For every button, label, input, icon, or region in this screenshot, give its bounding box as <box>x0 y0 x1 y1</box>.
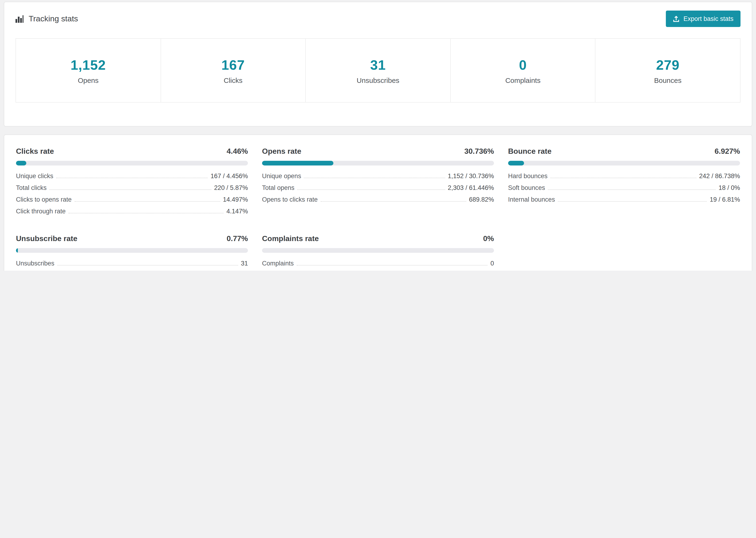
stat-value: 220 / 5.87% <box>214 184 248 191</box>
bounce-rate-block: Bounce rate 6.927% Hard bounces242 / 86.… <box>508 147 740 215</box>
bounce-rate-value: 6.927% <box>715 147 740 156</box>
bounce-rate-progress-fill <box>508 161 524 166</box>
dotted-leader <box>56 178 208 178</box>
bounce-rate-progressbar <box>508 161 740 166</box>
tracking-stats-card: Tracking stats Export basic stats 1,152 … <box>4 2 752 127</box>
dotted-leader <box>50 189 211 190</box>
stat-label: Unique clicks <box>16 173 53 180</box>
bounces-count: 279 <box>600 58 735 73</box>
stat-line: Hard bounces242 / 86.738% <box>508 173 740 180</box>
unsubscribe-rate-progressbar <box>16 248 248 253</box>
stat-label: Internal bounces <box>508 196 555 203</box>
dotted-leader <box>550 178 696 178</box>
unsubscribe-rate-value: 0.77% <box>227 235 248 243</box>
dotted-leader <box>297 265 488 265</box>
export-basic-stats-button[interactable]: Export basic stats <box>666 11 740 27</box>
stat-label: Soft bounces <box>508 184 545 191</box>
stat-label: Clicks to opens rate <box>16 196 72 203</box>
stat-label: Hard bounces <box>508 173 548 180</box>
dotted-leader <box>57 265 238 265</box>
stat-line: Clicks to opens rate14.497% <box>16 196 248 203</box>
complaints-rate-block: Complaints rate 0% Complaints0 <box>262 235 494 267</box>
clicks-rate-block: Clicks rate 4.46% Unique clicks167 / 4.4… <box>16 147 248 215</box>
clicks-rate-progressbar <box>16 161 248 166</box>
stat-box-opens: 1,152 Opens <box>16 38 161 103</box>
opens-rate-title: Opens rate <box>262 147 301 156</box>
stat-line: Click through rate4.147% <box>16 208 248 215</box>
tracking-stats-title: Tracking stats <box>28 14 78 24</box>
opens-count: 1,152 <box>21 58 156 73</box>
stat-label: Total clicks <box>16 184 47 191</box>
opens-label: Opens <box>21 76 156 84</box>
stat-line: Opens to clicks rate689.82% <box>262 196 494 203</box>
bounce-rate-title: Bounce rate <box>508 147 552 156</box>
bounces-label: Bounces <box>600 76 735 84</box>
complaints-rate-value: 0% <box>483 235 494 243</box>
complaints-count: 0 <box>456 58 590 73</box>
stat-line: Complaints0 <box>262 260 494 267</box>
stat-strip: 1,152 Opens 167 Clicks 31 Unsubscribes 0… <box>16 38 740 103</box>
complaints-label: Complaints <box>456 76 590 84</box>
stat-label: Complaints <box>262 260 294 267</box>
bar-chart-icon <box>16 15 24 23</box>
stat-line: Total opens2,303 / 61.446% <box>262 184 494 191</box>
opens-rate-progress-fill <box>262 161 333 166</box>
stat-label: Unique opens <box>262 173 301 180</box>
unsubscribe-rate-title: Unsubscribe rate <box>16 235 77 243</box>
stat-value: 14.497% <box>223 196 248 203</box>
stat-label: Total opens <box>262 184 295 191</box>
stat-value: 4.147% <box>226 208 248 215</box>
export-icon <box>673 16 680 22</box>
dotted-leader <box>558 201 707 202</box>
page: Tracking stats Export basic stats 1,152 … <box>0 2 756 271</box>
stat-line: Unique clicks167 / 4.456% <box>16 173 248 180</box>
stat-line: Total clicks220 / 5.87% <box>16 184 248 191</box>
stat-value: 31 <box>241 260 248 267</box>
stat-value: 1,152 / 30.736% <box>448 173 494 180</box>
stat-box-complaints: 0 Complaints <box>450 38 596 103</box>
export-basic-stats-label: Export basic stats <box>683 15 733 22</box>
stat-box-bounces: 279 Bounces <box>595 38 740 103</box>
stat-line: Unique opens1,152 / 30.736% <box>262 173 494 180</box>
opens-rate-block: Opens rate 30.736% Unique opens1,152 / 3… <box>262 147 494 215</box>
unsubscribe-rate-block: Unsubscribe rate 0.77% Unsubscribes31 <box>16 235 248 267</box>
dotted-leader <box>320 201 466 202</box>
complaints-rate-progressbar <box>262 248 494 253</box>
stat-value: 242 / 86.738% <box>699 173 740 180</box>
unsubscribes-count: 31 <box>310 58 445 73</box>
stat-value: 0 <box>490 260 494 267</box>
tracking-stats-header: Tracking stats Export basic stats <box>16 11 740 27</box>
clicks-label: Clicks <box>166 76 300 84</box>
stat-value: 689.82% <box>469 196 494 203</box>
stat-label: Unsubscribes <box>16 260 54 267</box>
stat-label: Opens to clicks rate <box>262 196 318 203</box>
clicks-rate-progress-fill <box>16 161 26 166</box>
stat-value: 2,303 / 61.446% <box>448 184 494 191</box>
dotted-leader <box>75 201 220 202</box>
dotted-leader <box>69 213 224 213</box>
rates-card: Clicks rate 4.46% Unique clicks167 / 4.4… <box>4 134 752 271</box>
clicks-rate-title: Clicks rate <box>16 147 54 156</box>
stat-line: Unsubscribes31 <box>16 260 248 267</box>
clicks-count: 167 <box>166 58 300 73</box>
stat-line: Soft bounces18 / 0% <box>508 184 740 191</box>
stat-line: Internal bounces19 / 6.81% <box>508 196 740 203</box>
stat-value: 18 / 0% <box>719 184 740 191</box>
unsubscribes-label: Unsubscribes <box>310 76 445 84</box>
dotted-leader <box>297 189 445 190</box>
clicks-rate-value: 4.46% <box>227 147 248 156</box>
complaints-rate-title: Complaints rate <box>262 235 319 243</box>
dotted-leader <box>548 189 716 190</box>
stat-value: 19 / 6.81% <box>710 196 740 203</box>
opens-rate-value: 30.736% <box>464 147 494 156</box>
stat-box-unsubscribes: 31 Unsubscribes <box>305 38 451 103</box>
stat-value: 167 / 4.456% <box>211 173 248 180</box>
dotted-leader <box>304 178 445 178</box>
unsubscribe-rate-progress-fill <box>16 248 18 253</box>
opens-rate-progressbar <box>262 161 494 166</box>
stat-label: Click through rate <box>16 208 66 215</box>
stat-box-clicks: 167 Clicks <box>160 38 306 103</box>
